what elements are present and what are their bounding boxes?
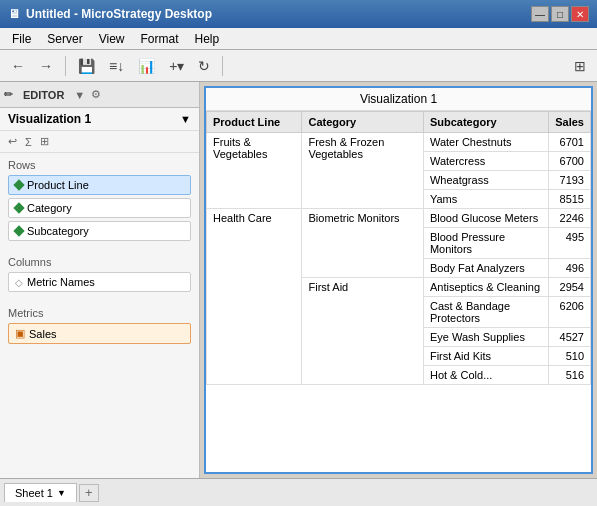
sheet-dropdown-icon[interactable]: ▼ (57, 488, 66, 498)
sheet-tab-1[interactable]: Sheet 1 ▼ (4, 483, 77, 502)
sheet-1-label: Sheet 1 (15, 487, 53, 499)
metric-names-icon: ◇ (15, 277, 23, 288)
editor-tabs: ✏ EDITOR ▼ ⚙ (0, 82, 199, 108)
columns-label: Columns (8, 256, 191, 268)
visualization-title: Visualization 1 (206, 88, 591, 111)
menu-format[interactable]: Format (132, 30, 186, 48)
cell-subcategory: Cast & Bandage Protectors (423, 297, 548, 328)
diamond-icon-2 (13, 202, 24, 213)
table-row: Health CareBiometric MonitorsBlood Gluco… (207, 209, 591, 228)
col-header-sales[interactable]: Sales (549, 112, 591, 133)
table-wrapper[interactable]: Product Line Category Subcategory Sales … (206, 111, 591, 472)
viz-dropdown-icon[interactable]: ▼ (180, 113, 191, 125)
columns-metric-names[interactable]: ◇ Metric Names (8, 272, 191, 292)
dataset-button[interactable]: ≡↓ (104, 55, 129, 77)
cell-subcategory: Hot & Cold... (423, 366, 548, 385)
undo-button[interactable]: ↩ (8, 135, 17, 148)
rows-subcategory-label: Subcategory (27, 225, 89, 237)
bottom-bar: Sheet 1 ▼ + (0, 478, 597, 506)
cell-sales: 2954 (549, 278, 591, 297)
metrics-sales[interactable]: ▣ Sales (8, 323, 191, 344)
sales-icon: ▣ (15, 327, 25, 340)
add-sheet-button[interactable]: + (79, 484, 99, 502)
close-button[interactable]: ✕ (571, 6, 589, 22)
title-bar: 🖥 Untitled - MicroStrategy Desktop — □ ✕ (0, 0, 597, 28)
aggregate-button[interactable]: Σ (25, 136, 32, 148)
diamond-icon-1 (13, 179, 24, 190)
table-header-row: Product Line Category Subcategory Sales (207, 112, 591, 133)
cell-sales: 510 (549, 347, 591, 366)
save-button[interactable]: 💾 (73, 55, 100, 77)
columns-section: Columns ◇ Metric Names (0, 250, 199, 301)
rows-label: Rows (8, 159, 191, 171)
minimize-button[interactable]: — (531, 6, 549, 22)
menu-server[interactable]: Server (39, 30, 90, 48)
col-header-category[interactable]: Category (302, 112, 423, 133)
toolbar-separator-2 (222, 56, 223, 76)
cell-sales: 496 (549, 259, 591, 278)
menu-help[interactable]: Help (187, 30, 228, 48)
rows-product-line[interactable]: Product Line (8, 175, 191, 195)
cell-subcategory: Wheatgrass (423, 171, 548, 190)
toolbar: ← → 💾 ≡↓ 📊 +▾ ↻ ⊞ (0, 50, 597, 82)
window-title: Untitled - MicroStrategy Desktop (26, 7, 212, 21)
diamond-icon-3 (13, 225, 24, 236)
grid-button[interactable]: ⊞ (569, 55, 591, 77)
table-row: Fruits & VegetablesFresh & Frozen Vegeta… (207, 133, 591, 152)
columns-metric-names-label: Metric Names (27, 276, 95, 288)
forward-button[interactable]: → (34, 55, 58, 77)
cell-sales: 8515 (549, 190, 591, 209)
settings-icon[interactable]: ⚙ (91, 88, 101, 101)
cell-subcategory: Antiseptics & Cleaning (423, 278, 548, 297)
cell-category: Biometric Monitors (302, 209, 423, 278)
cell-subcategory: Yams (423, 190, 548, 209)
cell-sales: 4527 (549, 328, 591, 347)
cell-product-line: Health Care (207, 209, 302, 385)
cell-product-line: Fruits & Vegetables (207, 133, 302, 209)
metrics-section: Metrics ▣ Sales (0, 301, 199, 350)
cell-sales: 495 (549, 228, 591, 259)
cell-sales: 516 (549, 366, 591, 385)
cell-sales: 6700 (549, 152, 591, 171)
window-controls: — □ ✕ (531, 6, 589, 22)
cell-subcategory: Body Fat Analyzers (423, 259, 548, 278)
pencil-icon: ✏ (4, 88, 13, 101)
viz-header-title: Visualization 1 (8, 112, 91, 126)
cell-subcategory: Blood Pressure Monitors (423, 228, 548, 259)
back-button[interactable]: ← (6, 55, 30, 77)
cell-category: Fresh & Frozen Vegetables (302, 133, 423, 209)
cell-sales: 7193 (549, 171, 591, 190)
col-header-product-line[interactable]: Product Line (207, 112, 302, 133)
cell-category: First Aid (302, 278, 423, 385)
cell-subcategory: Eye Wash Supplies (423, 328, 548, 347)
refresh-button[interactable]: ↻ (193, 55, 215, 77)
cell-subcategory: Water Chestnuts (423, 133, 548, 152)
left-panel: ✏ EDITOR ▼ ⚙ Visualization 1 ▼ ↩ Σ ⊞ Row… (0, 82, 200, 478)
cell-sales: 2246 (549, 209, 591, 228)
editor-tab[interactable]: EDITOR (19, 87, 68, 103)
app-icon: 🖥 (8, 7, 20, 21)
toolbar-separator-1 (65, 56, 66, 76)
main-layout: ✏ EDITOR ▼ ⚙ Visualization 1 ▼ ↩ Σ ⊞ Row… (0, 82, 597, 478)
col-header-subcategory[interactable]: Subcategory (423, 112, 548, 133)
rows-category[interactable]: Category (8, 198, 191, 218)
cell-subcategory: First Aid Kits (423, 347, 548, 366)
cell-sales: 6701 (549, 133, 591, 152)
rows-category-label: Category (27, 202, 72, 214)
layout-button[interactable]: ⊞ (40, 135, 49, 148)
menu-bar: File Server View Format Help (0, 28, 597, 50)
rows-section: Rows Product Line Category Subcategory (0, 153, 199, 250)
add-button[interactable]: +▾ (164, 55, 189, 77)
data-table: Product Line Category Subcategory Sales … (206, 111, 591, 385)
maximize-button[interactable]: □ (551, 6, 569, 22)
chart-button[interactable]: 📊 (133, 55, 160, 77)
metrics-sales-label: Sales (29, 328, 57, 340)
filter-icon[interactable]: ▼ (74, 89, 85, 101)
cell-subcategory: Watercress (423, 152, 548, 171)
menu-view[interactable]: View (91, 30, 133, 48)
viz-header: Visualization 1 ▼ (0, 108, 199, 131)
cell-subcategory: Blood Glucose Meters (423, 209, 548, 228)
menu-file[interactable]: File (4, 30, 39, 48)
metrics-label: Metrics (8, 307, 191, 319)
rows-subcategory[interactable]: Subcategory (8, 221, 191, 241)
